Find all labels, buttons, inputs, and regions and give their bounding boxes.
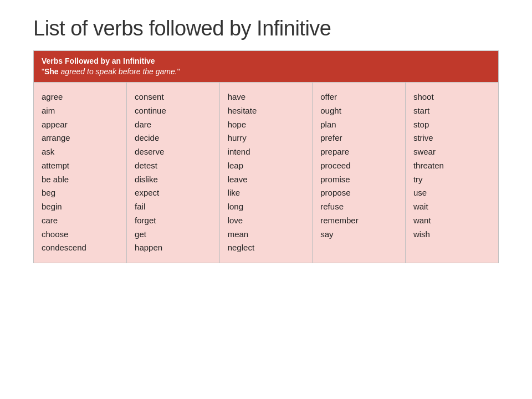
verb-cell-col2: consentcontinuedaredecidedeservedetestdi… (127, 83, 220, 263)
example-she: She (44, 67, 59, 76)
verb-cell-col3: havehesitatehopehurryintendleapleavelike… (219, 83, 313, 263)
verb-cell-col5: shootstartstopstriveswearthreatentryusew… (405, 83, 498, 263)
page-container: List of verbs followed by Infinitive Ver… (0, 0, 532, 399)
page-title: List of verbs followed by Infinitive (33, 17, 499, 40)
table-header-title: Verbs Followed by an Infinitive (42, 57, 490, 65)
close-quote: " (177, 67, 180, 76)
verb-list-col3: havehesitatehopehurryintendleapleavelike… (228, 92, 257, 252)
table-wrapper: Verbs Followed by an Infinitive "She agr… (33, 50, 499, 263)
verb-cell-col1: agreeaimappeararrangeaskattemptbe ablebe… (34, 83, 127, 263)
table-header: Verbs Followed by an Infinitive "She agr… (34, 51, 498, 82)
verb-cell-col4: offeroughtplanpreferprepareproceedpromis… (313, 83, 406, 263)
verb-list-col1: agreeaimappeararrangeaskattemptbe ablebe… (42, 92, 86, 252)
table-row: agreeaimappeararrangeaskattemptbe ablebe… (34, 83, 498, 263)
verb-list-col2: consentcontinuedaredecidedeservedetestdi… (135, 92, 166, 252)
verb-list-col4: offeroughtplanpreferprepareproceedpromis… (320, 92, 358, 239)
example-text: agreed to speak before the game. (59, 67, 177, 76)
table-header-example: "She agreed to speak before the game." (42, 67, 180, 76)
verb-list-col5: shootstartstopstriveswearthreatentryusew… (413, 92, 444, 239)
verb-table: agreeaimappeararrangeaskattemptbe ablebe… (34, 82, 498, 263)
